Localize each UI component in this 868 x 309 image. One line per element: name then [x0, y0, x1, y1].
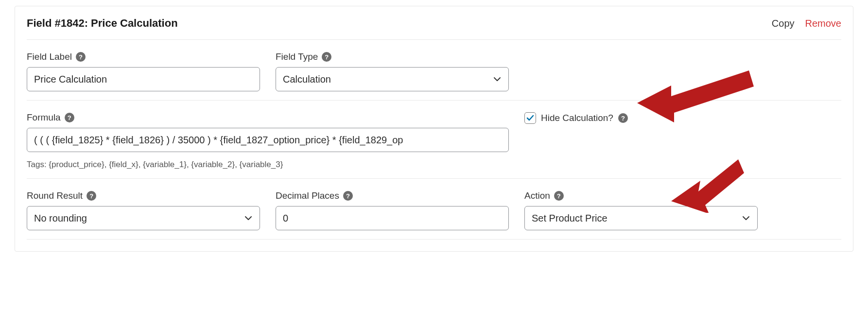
- formula-label-row: Formula ?: [27, 112, 509, 123]
- field-label-label: Field Label: [27, 52, 72, 62]
- formula-col: Formula ? Tags: {product_price}, {field_…: [27, 112, 509, 170]
- action-select[interactable]: Set Product Price: [524, 206, 758, 230]
- field-type-label: Field Type: [276, 52, 318, 62]
- help-icon[interactable]: ?: [65, 113, 74, 122]
- remove-button[interactable]: Remove: [805, 18, 841, 29]
- field-type-select[interactable]: Calculation: [276, 67, 509, 91]
- action-label-row: Action ?: [524, 190, 758, 201]
- field-label-input[interactable]: [27, 67, 260, 91]
- decimal-places-label: Decimal Places: [276, 190, 339, 201]
- round-result-select[interactable]: No rounding: [27, 206, 260, 230]
- panel-title: Field #1842: Price Calculation: [27, 17, 178, 30]
- action-col: Action ? Set Product Price: [524, 190, 758, 230]
- action-select-wrap: Set Product Price: [524, 206, 758, 230]
- formula-input[interactable]: [27, 128, 509, 152]
- round-result-label: Round Result: [27, 190, 83, 201]
- round-result-select-wrap: No rounding: [27, 206, 260, 230]
- divider: [27, 239, 841, 240]
- action-label: Action: [524, 190, 550, 201]
- row-formula: Formula ? Tags: {product_price}, {field_…: [27, 101, 841, 178]
- field-config-panel: Field #1842: Price Calculation Copy Remo…: [15, 6, 853, 252]
- panel-actions: Copy Remove: [772, 18, 841, 29]
- formula-hint: Tags: {product_price}, {field_x}, {varia…: [27, 157, 509, 170]
- help-icon[interactable]: ?: [322, 52, 331, 62]
- field-label-col: Field Label ?: [27, 52, 260, 91]
- field-label-label-row: Field Label ?: [27, 52, 260, 62]
- decimal-places-label-row: Decimal Places ?: [276, 190, 509, 201]
- round-result-value: No rounding: [34, 213, 87, 224]
- hide-calculation-checkbox[interactable]: [524, 112, 536, 124]
- help-icon[interactable]: ?: [87, 191, 96, 201]
- help-icon[interactable]: ?: [554, 191, 564, 201]
- field-type-select-wrap: Calculation: [276, 67, 509, 91]
- help-icon[interactable]: ?: [76, 52, 86, 62]
- help-icon[interactable]: ?: [343, 191, 353, 201]
- field-type-label-row: Field Type ?: [276, 52, 509, 62]
- row-round-decimal-action: Round Result ? No rounding Decimal Place…: [27, 179, 841, 239]
- hide-calculation-label: Hide Calculation?: [541, 113, 613, 123]
- row-label-type: Field Label ? Field Type ? Calculation: [27, 40, 841, 100]
- formula-label: Formula: [27, 112, 61, 123]
- hide-calculation-row: Hide Calculation? ?: [524, 112, 841, 124]
- field-type-value: Calculation: [283, 74, 331, 85]
- round-result-col: Round Result ? No rounding: [27, 190, 260, 230]
- panel-header: Field #1842: Price Calculation Copy Remo…: [27, 6, 841, 39]
- hide-calculation-col: Hide Calculation? ?: [524, 112, 841, 124]
- help-icon[interactable]: ?: [618, 113, 628, 123]
- round-result-label-row: Round Result ?: [27, 190, 260, 201]
- copy-button[interactable]: Copy: [772, 18, 795, 29]
- decimal-places-input[interactable]: [276, 206, 509, 230]
- decimal-places-col: Decimal Places ?: [276, 190, 509, 230]
- field-type-col: Field Type ? Calculation: [276, 52, 509, 91]
- action-value: Set Product Price: [532, 213, 608, 224]
